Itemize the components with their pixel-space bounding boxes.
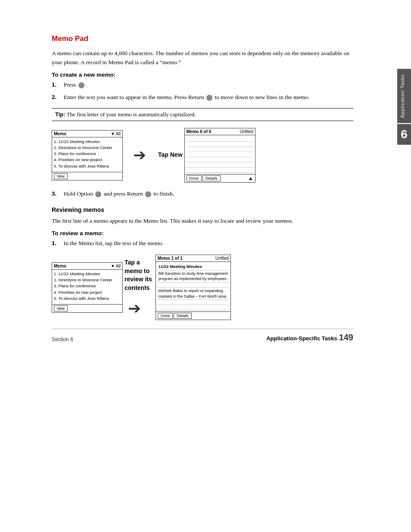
step-3-number: 3. xyxy=(52,190,64,199)
memo-2-header-left: Memo 1 of 1 xyxy=(158,256,183,261)
details-btn-1[interactable]: Details xyxy=(202,175,221,181)
screen-memo-1-body xyxy=(185,135,255,174)
list-item-1: 1. 11/22 Meeting Minutes xyxy=(54,139,121,145)
step-1-number: 1. xyxy=(52,81,64,90)
review-step-1-number: 1. xyxy=(52,239,64,248)
footer-section-label: Section 6 xyxy=(52,336,73,342)
screens-row-2: Memo ▼ All 1. 11/22 Meeting Minutes 2. D… xyxy=(52,255,353,320)
memo-line-7 xyxy=(187,168,253,173)
memo2-line-2 xyxy=(158,283,229,288)
review-heading: To review a memo: xyxy=(52,230,353,236)
review-step-1-content: In the Memo list, tap the text of the me… xyxy=(64,239,353,248)
intro-text: A memo can contain up to 4,000 character… xyxy=(52,49,353,67)
create-heading: To create a new memo: xyxy=(52,72,353,78)
memo2-line-3: Michele Baker to report on expanding mar… xyxy=(158,288,229,300)
screen-2-footer: New xyxy=(52,304,122,312)
screen-1-header: Memo ▼ All xyxy=(52,131,122,137)
sidebar-tab: Application Tasks 6 xyxy=(397,0,411,532)
screen-2-header: Memo ▼ All xyxy=(52,263,122,270)
sidebar-label: Application Tasks xyxy=(397,69,411,123)
reviewing-text: The first line of a memo appears in the … xyxy=(52,217,353,226)
list2-item-1: 1. 11/22 Meeting Minutes xyxy=(54,271,121,277)
footer-page-number: 149 xyxy=(339,333,353,342)
tap-memo-label: Tap a memo to review its contents xyxy=(125,258,152,292)
memo2-line-4 xyxy=(158,300,229,305)
memo2-line-5 xyxy=(158,305,229,310)
memo-1-header-left: Memo 6 of 6 xyxy=(187,129,212,134)
up-arrow-1: ▲ xyxy=(248,175,253,181)
reviewing-heading: Reviewing memos xyxy=(52,206,353,213)
screen-list-1: Memo ▼ All 1. 11/22 Meeting Minutes 2. D… xyxy=(52,130,123,180)
screen-memo-2-body: 11/22 Meeting Minutes Bill Davidson to s… xyxy=(156,262,230,311)
screen-memo-1-footer: Done Details ▲ xyxy=(185,174,255,182)
list-item-3: 3. Plans for conference xyxy=(54,151,121,157)
screen-2-header-right: ▼ All xyxy=(111,264,121,268)
memo2-title: 11/22 Meeting Minutes xyxy=(158,263,229,270)
new-btn-1[interactable]: New xyxy=(54,173,68,179)
memo-line-4 xyxy=(187,152,253,157)
memo-line-2 xyxy=(187,142,253,147)
review-step-1: 1. In the Memo list, tap the text of the… xyxy=(52,239,353,248)
list-item-2: 2. Directions to Moscone Center xyxy=(54,145,121,151)
memo-line-6 xyxy=(187,162,253,168)
footer-title-block: Application-Specific Tasks xyxy=(266,335,337,342)
option-icon xyxy=(95,191,101,197)
tip-text: The first letter of your memo is automat… xyxy=(67,111,196,118)
screen-list-2: Memo ▼ All 1. 11/22 Meeting Minutes 2. D… xyxy=(52,262,123,313)
done-btn-1[interactable]: Done xyxy=(187,175,202,181)
return-icon-2 xyxy=(145,191,151,197)
memo-line-1 xyxy=(187,137,253,142)
details-btn-2[interactable]: Details xyxy=(174,313,192,319)
screen-2-header-left: Memo xyxy=(54,264,66,268)
screen-1-footer: New xyxy=(52,172,122,180)
memo2-line-1: Bill Davidson to study time management p… xyxy=(158,271,229,283)
list2-item-3: 3. Plans for conference xyxy=(54,283,121,289)
memo-2-header-right: Unfiled xyxy=(215,256,229,261)
screen-memo-2: Memo 1 of 1 Unfiled 11/22 Meeting Minute… xyxy=(156,255,231,320)
screen-1-body: 1. 11/22 Meeting Minutes 2. Directions t… xyxy=(52,137,122,172)
list2-item-5: 5. To discuss with Jose Ribera xyxy=(54,296,121,302)
step-2: 2. Enter the text you want to appear in … xyxy=(52,93,353,102)
memo-line-3 xyxy=(187,147,253,152)
step-2-number: 2. xyxy=(52,93,64,102)
screens-row-1: Memo ▼ All 1. 11/22 Meeting Minutes 2. D… xyxy=(52,128,353,183)
list-item-5: 5. To discuss with Jose Ribera xyxy=(54,163,121,169)
return-icon xyxy=(206,95,212,101)
screen-memo-1: Memo 6 of 6 Unfiled Done Details xyxy=(184,128,255,183)
list2-item-2: 2. Directions to Moscone Center xyxy=(54,277,121,283)
page-container: Memo Pad A memo can contain up to 4,000 … xyxy=(0,0,411,532)
screen-1-header-right: ▼ All xyxy=(111,131,121,136)
list2-item-4: 4. Priorities on new project xyxy=(54,289,121,296)
screen-2-body: 1. 11/22 Meeting Minutes 2. Directions t… xyxy=(52,270,122,304)
footer: Section 6 Application-Specific Tasks 149 xyxy=(52,329,353,342)
new-btn-2[interactable]: New xyxy=(54,305,68,311)
screen-memo-1-header: Memo 6 of 6 Unfiled xyxy=(185,128,255,135)
list-item-4: 4. Priorities on new project xyxy=(54,157,121,163)
chapter-number: 6 xyxy=(397,124,411,145)
screen-memo-2-footer: Done Details xyxy=(156,311,230,320)
tip-box: Tip: The first letter of your memo is au… xyxy=(52,108,353,121)
footer-right: Application-Specific Tasks 149 xyxy=(266,333,353,342)
step-3: 3. Hold Option and press Return to finis… xyxy=(52,190,353,199)
tap-new-label: Tap New xyxy=(158,151,183,159)
tip-label: Tip: xyxy=(55,111,65,118)
screen-memo-2-header: Memo 1 of 1 Unfiled xyxy=(156,255,230,262)
step-3-content: Hold Option and press Return to finish. xyxy=(64,190,353,199)
footer-btns-2: Done Details xyxy=(158,313,192,319)
press-icon xyxy=(78,82,84,88)
footer-page-title: Application-Specific Tasks xyxy=(266,335,337,342)
step-1: 1. Press . xyxy=(52,81,353,90)
done-btn-2[interactable]: Done xyxy=(158,313,173,319)
memo-line-5 xyxy=(187,157,253,162)
footer-btns-1: Done Details xyxy=(187,175,221,181)
step-2-content: Enter the text you want to appear in the… xyxy=(64,93,353,102)
step-1-content: Press . xyxy=(64,81,353,90)
page-title: Memo Pad xyxy=(52,34,353,43)
arrow-1: ➔ xyxy=(125,147,155,163)
screen-1-header-left: Memo xyxy=(54,131,66,136)
memo-1-header-right: Unfiled xyxy=(240,129,253,134)
main-content: Memo Pad A memo can contain up to 4,000 … xyxy=(0,0,379,532)
